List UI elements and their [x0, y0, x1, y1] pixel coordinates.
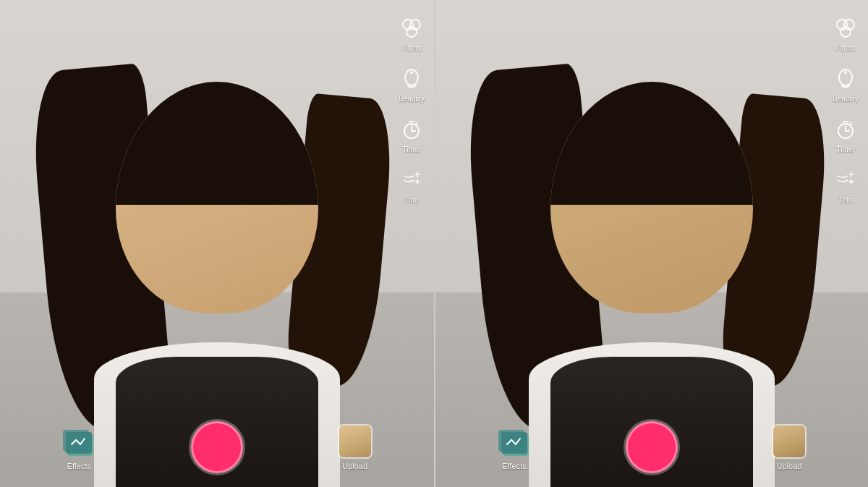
filters-button-left[interactable]: Filters [398, 14, 425, 52]
effects-label-right: Effects [502, 462, 526, 470]
upload-button-right[interactable]: Upload [772, 424, 807, 470]
bottom-bar-left: Effects Upload [0, 415, 434, 487]
record-inner-right [631, 426, 673, 468]
filters-label-right: Filters [835, 44, 855, 52]
upload-thumb-image-right [773, 425, 805, 457]
filters-label-left: Filters [401, 44, 421, 52]
trim-icon-left [398, 166, 425, 194]
effects-icon-right [497, 424, 532, 459]
upload-label-right: Upload [777, 462, 802, 470]
beautify-icon-left [398, 65, 425, 93]
effects-icon-left [61, 424, 96, 459]
timer-button-right[interactable]: 3 Timer [832, 116, 859, 153]
svg-point-14 [844, 71, 847, 74]
filters-button-right[interactable]: Filters [832, 14, 859, 52]
left-panel: Filters Beautify 3 [0, 0, 434, 487]
trim-label-left: Trim [404, 196, 419, 204]
upload-thumb-left [338, 424, 373, 459]
bottom-bar-right: Effects Upload [435, 415, 868, 487]
record-button-left[interactable] [191, 421, 243, 473]
right-panel: Filters Beautify 3 [434, 0, 868, 487]
beautify-label-left: Beautify [399, 95, 425, 103]
upload-label-left: Upload [342, 462, 367, 470]
upload-thumb-image-left [339, 425, 371, 457]
timer-label-left: Timer [402, 145, 420, 153]
timer-icon-left: 3 [398, 116, 425, 143]
beautify-button-left[interactable]: Beautify [398, 65, 425, 103]
timer-icon-right: 3 [832, 116, 859, 143]
filters-icon-left [398, 14, 425, 42]
record-inner-left [196, 426, 238, 468]
timer-button-left[interactable]: 3 Timer [398, 116, 425, 153]
trim-icon-right [832, 166, 859, 194]
trim-button-right[interactable]: Trim [832, 166, 859, 204]
effects-button-right[interactable]: Effects [497, 424, 532, 470]
trim-label-right: Trim [838, 196, 853, 204]
toolbar-right: Filters Beautify 3 [832, 14, 859, 204]
svg-text:3: 3 [849, 121, 852, 126]
face-right [550, 82, 753, 313]
beautify-label-right: Beautify [833, 95, 859, 103]
face-left [116, 82, 318, 313]
trim-button-left[interactable]: Trim [398, 166, 425, 204]
hair-top-left [116, 82, 318, 205]
effects-label-left: Effects [67, 462, 91, 470]
upload-button-left[interactable]: Upload [338, 424, 373, 470]
filters-icon-right [832, 14, 859, 42]
hair-top-right [550, 82, 753, 205]
toolbar-left: Filters Beautify 3 [398, 14, 425, 204]
upload-thumb-right [772, 424, 807, 459]
record-button-right[interactable] [626, 421, 678, 473]
effects-button-left[interactable]: Effects [61, 424, 96, 470]
svg-text:3: 3 [415, 121, 418, 126]
timer-label-right: Timer [836, 145, 854, 153]
svg-point-4 [410, 71, 413, 74]
beautify-button-right[interactable]: Beautify [832, 65, 859, 103]
beautify-icon-right [832, 65, 859, 93]
